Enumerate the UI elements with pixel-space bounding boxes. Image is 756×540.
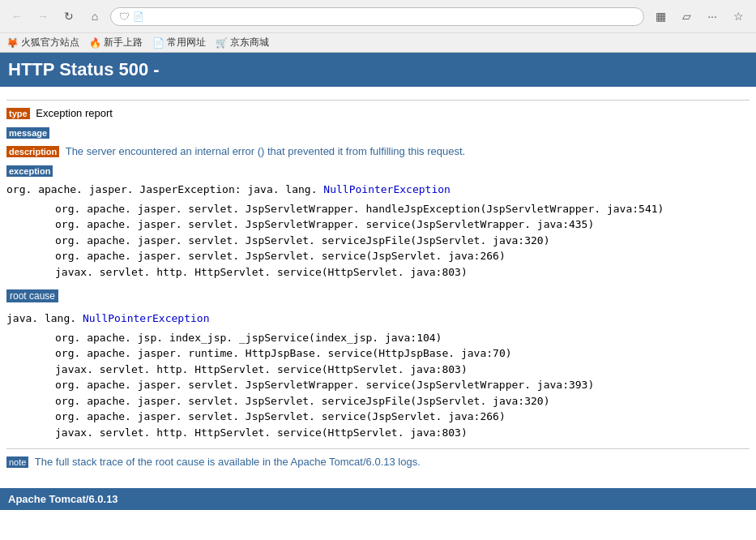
- root-cause-stack-line: org. apache. jsp. index_jsp. _jspService…: [6, 330, 750, 346]
- description-label: description: [6, 146, 59, 157]
- message-label: message: [6, 127, 49, 139]
- url-input[interactable]: localhost:8080/Jsp/index.jsp: [147, 11, 635, 23]
- exception-class: NullPointerException: [323, 183, 451, 195]
- message-row: message: [6, 125, 750, 141]
- menu-button[interactable]: ···: [701, 5, 724, 28]
- root-cause-stack: org. apache. jsp. index_jsp. _jspService…: [6, 330, 750, 441]
- stack-line-item: org. apache. jasper. servlet. JspServlet…: [6, 233, 750, 249]
- error-body: type Exception report message descriptio…: [0, 87, 756, 482]
- lock-icon: 📄: [133, 11, 144, 22]
- bookmark-jd[interactable]: 🛒 京东商城: [216, 36, 269, 49]
- forward-button[interactable]: →: [32, 6, 53, 27]
- note-row: note The full stack trace of the root ca…: [6, 454, 750, 470]
- divider-note: [6, 448, 750, 449]
- bookmark-label: 新手上路: [104, 36, 143, 49]
- stack-line-item: org. apache. jasper. servlet. JspServlet…: [6, 216, 750, 233]
- bookmark-label: 京东商城: [230, 36, 269, 49]
- exception-main-text: org. apache. jasper. JasperException: ja…: [6, 182, 750, 198]
- type-label: type: [6, 108, 30, 119]
- root-cause-label: root cause: [6, 289, 58, 302]
- back-button[interactable]: ←: [6, 6, 28, 27]
- root-cause-class: NullPointerException: [83, 312, 210, 324]
- description-text: The server encountered an internal error…: [66, 145, 466, 157]
- root-cause-prefix: java. lang.: [6, 312, 83, 324]
- stack-line-item: org. apache. jasper. servlet. JspServlet…: [6, 201, 750, 217]
- status-title: HTTP Status 500 -: [8, 59, 160, 79]
- note-label: note: [6, 456, 28, 468]
- root-cause-stack-line: javax. servlet. http. HttpServlet. servi…: [6, 425, 750, 441]
- shield-icon: 🛡: [119, 11, 130, 23]
- root-cause-section: root cause: [6, 285, 750, 307]
- star-button[interactable]: ☆: [727, 5, 750, 28]
- page-content: HTTP Status 500 - type Exception report …: [0, 53, 756, 510]
- grid-icon-button[interactable]: ▦: [649, 5, 672, 28]
- root-cause-stack-line: org. apache. jasper. servlet. JspServlet…: [6, 393, 750, 409]
- exception-stack: org. apache. jasper. servlet. JspServlet…: [6, 201, 750, 281]
- bookmark-firefox[interactable]: 🦊 火狐官方站点: [6, 36, 79, 49]
- jd-icon: 🛒: [216, 37, 228, 49]
- exception-label: exception: [6, 165, 53, 177]
- browser-actions: ▦ ▱ ··· ☆: [649, 5, 750, 28]
- root-cause-stack-line: org. apache. jasper. servlet. JspServlet…: [6, 377, 750, 393]
- address-bar[interactable]: 🛡 📄 localhost:8080/Jsp/index.jsp: [110, 7, 644, 26]
- description-row: description The server encountered an in…: [6, 144, 750, 160]
- type-value: Exception report: [36, 107, 113, 119]
- page-icon-button[interactable]: ▱: [675, 5, 698, 28]
- footer-text: Apache Tomcat/6.0.13: [8, 493, 118, 505]
- root-cause-stack-line: org. apache. jasper. runtime. HttpJspBas…: [6, 345, 750, 362]
- browser-chrome: ← → ↻ ⌂ 🛡 📄 localhost:8080/Jsp/index.jsp…: [0, 0, 756, 53]
- stack-line-item: javax. servlet. http. HttpServlet. servi…: [6, 264, 750, 281]
- exception-prefix: org. apache. jasper. JasperException: ja…: [6, 183, 323, 195]
- footer-bar: Apache Tomcat/6.0.13: [0, 488, 756, 510]
- bookmark-newbie[interactable]: 🔥 新手上路: [89, 36, 143, 49]
- home-button[interactable]: ⌂: [84, 6, 105, 27]
- note-text: The full stack trace of the root cause i…: [35, 456, 421, 468]
- divider-top: [6, 100, 750, 101]
- bookmark-common[interactable]: 📄 常用网址: [152, 36, 206, 49]
- root-cause-main: java. lang. NullPointerException: [6, 311, 750, 327]
- browser-toolbar: ← → ↻ ⌂ 🛡 📄 localhost:8080/Jsp/index.jsp…: [0, 0, 756, 32]
- firefox-icon: 🦊: [6, 37, 19, 49]
- status-header: HTTP Status 500 -: [0, 53, 756, 87]
- bookmarks-bar: 🦊 火狐官方站点 🔥 新手上路 📄 常用网址 🛒 京东商城: [0, 32, 756, 52]
- exception-row: exception: [6, 163, 750, 179]
- reload-button[interactable]: ↻: [58, 6, 79, 27]
- common-icon: 📄: [152, 37, 164, 49]
- root-cause-stack-line: org. apache. jasper. servlet. JspServlet…: [6, 409, 750, 425]
- bookmark-label: 常用网址: [167, 36, 206, 49]
- root-cause-stack-line: javax. servlet. http. HttpServlet. servi…: [6, 362, 750, 378]
- stack-line-item: org. apache. jasper. servlet. JspServlet…: [6, 248, 750, 264]
- bookmark-label: 火狐官方站点: [21, 36, 79, 49]
- type-row: type Exception report: [6, 105, 750, 122]
- newbie-icon: 🔥: [89, 37, 101, 49]
